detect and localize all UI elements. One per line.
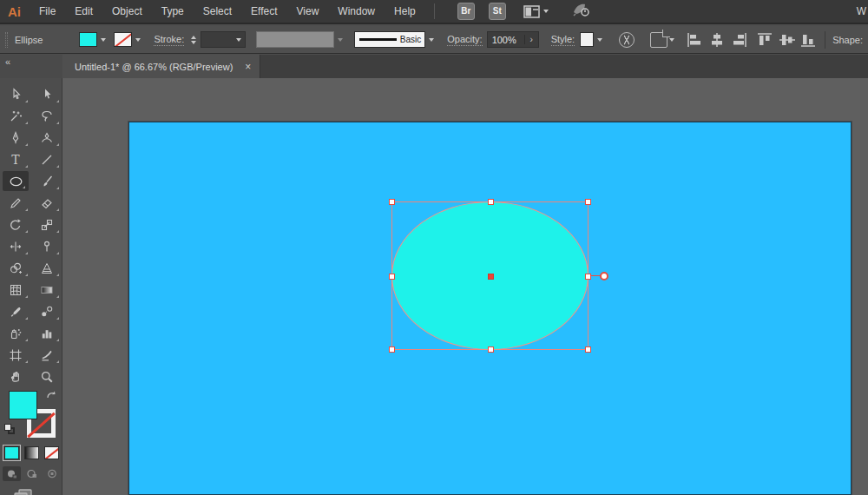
draw-behind-button[interactable] [23, 466, 41, 481]
symbol-sprayer-tool[interactable] [0, 322, 31, 344]
menu-file[interactable]: File [30, 0, 65, 23]
document-tab-bar: « Untitled-1* @ 66.67% (RGB/Preview) × [0, 55, 868, 78]
toolbar-collapse[interactable]: « [0, 55, 62, 78]
eyedropper-tool[interactable] [0, 300, 31, 322]
handle-bottom-center[interactable] [488, 346, 494, 353]
chevron-down-icon [236, 38, 241, 42]
opacity-value[interactable]: 100% [488, 35, 524, 45]
opacity-label[interactable]: Opacity: [447, 34, 482, 46]
shaper-tool[interactable] [0, 192, 31, 214]
stroke-weight-label[interactable]: Stroke: [154, 34, 184, 46]
opacity-field[interactable]: 100% › [487, 31, 539, 48]
stroke-weight-field[interactable] [201, 31, 246, 48]
column-graph-tool[interactable] [31, 322, 62, 344]
fill-color-swatch[interactable] [79, 32, 97, 47]
artboard-tool[interactable] [0, 344, 31, 366]
stroke-style-chevron[interactable] [425, 32, 437, 47]
recolor-artwork-icon[interactable] [619, 32, 635, 48]
opacity-slider-arrow[interactable]: › [524, 35, 538, 44]
magic-wand-tool[interactable] [0, 105, 31, 127]
transform-button[interactable] [650, 32, 674, 48]
stroke-style-value: Basic [400, 35, 421, 44]
vertical-align-bottom-icon[interactable] [800, 32, 818, 48]
style-chevron[interactable] [594, 32, 605, 47]
center-point-handle[interactable] [488, 274, 494, 280]
panel-grip[interactable] [5, 32, 8, 48]
slice-tool[interactable] [31, 344, 62, 366]
menu-view[interactable]: View [287, 0, 329, 23]
direct-selection-tool[interactable] [0, 83, 31, 105]
fill-indicator[interactable] [9, 391, 37, 419]
gradient-tool[interactable] [31, 279, 62, 300]
handle-bottom-left[interactable] [389, 346, 395, 353]
width-tool[interactable] [0, 235, 31, 257]
default-fill-stroke-button[interactable] [4, 424, 15, 434]
menu-type[interactable]: Type [152, 0, 194, 23]
handle-top-left[interactable] [389, 199, 395, 205]
stock-button[interactable]: St [489, 3, 506, 20]
live-shape-widget-handle[interactable] [600, 272, 608, 280]
vertical-align-top-icon[interactable] [757, 32, 774, 48]
stroke-color-swatch[interactable] [114, 32, 132, 47]
pen-tool[interactable] [0, 127, 31, 148]
close-tab-icon[interactable]: × [245, 61, 251, 73]
gradient-button[interactable] [24, 446, 39, 459]
perspective-grid-tool[interactable] [31, 257, 62, 279]
stroke-style-dropdown[interactable]: Basic [354, 31, 425, 48]
type-tool[interactable]: T [0, 148, 31, 170]
draw-inside-button[interactable] [43, 466, 61, 481]
selection-bounding-box[interactable] [391, 201, 589, 350]
lasso-tool[interactable] [31, 105, 62, 127]
workspace-label-truncated[interactable]: W [857, 5, 866, 17]
vertical-align-center-icon[interactable] [779, 32, 796, 48]
blend-tool[interactable] [31, 300, 62, 322]
menu-edit[interactable]: Edit [65, 0, 102, 23]
style-label[interactable]: Style: [551, 34, 575, 46]
line-segment-tool[interactable] [31, 148, 62, 170]
fill-color-dropdown[interactable] [97, 32, 108, 47]
horizontal-align-left-icon[interactable] [687, 32, 704, 48]
canvas-area[interactable] [62, 78, 868, 495]
color-button[interactable] [4, 446, 19, 459]
mesh-tool[interactable] [0, 279, 31, 300]
handle-middle-left[interactable] [389, 274, 395, 280]
bridge-button[interactable]: Br [457, 3, 475, 20]
horizontal-align-center-icon[interactable] [708, 32, 726, 48]
menu-effect[interactable]: Effect [241, 0, 286, 23]
menu-object[interactable]: Object [102, 0, 152, 23]
rotate-tool[interactable] [0, 214, 31, 235]
gpu-performance-button[interactable] [571, 2, 590, 21]
zoom-tool[interactable] [31, 366, 62, 387]
chevron-down-icon [338, 38, 343, 42]
stroke-weight-stepper[interactable] [188, 36, 199, 44]
eraser-tool[interactable] [31, 192, 62, 214]
handle-bottom-right[interactable] [585, 346, 591, 353]
chevron-down-icon [429, 38, 434, 42]
artboard[interactable] [128, 122, 852, 495]
tools-panel: T [0, 78, 62, 495]
menu-help[interactable]: Help [385, 0, 425, 23]
menu-select[interactable]: Select [194, 0, 241, 23]
hand-tool[interactable] [0, 366, 31, 387]
none-button[interactable] [44, 446, 59, 459]
handle-top-center[interactable] [488, 199, 494, 205]
draw-normal-button[interactable] [3, 466, 21, 481]
puppet-warp-tool[interactable] [31, 235, 62, 257]
scale-tool[interactable] [31, 214, 62, 235]
brush-definition-chevron[interactable] [334, 32, 345, 47]
horizontal-align-right-icon[interactable] [730, 32, 747, 48]
arrange-documents-button[interactable] [523, 5, 549, 18]
screen-mode-button[interactable] [0, 481, 62, 495]
swap-fill-stroke-button[interactable] [45, 389, 57, 405]
graphic-style-swatch[interactable] [580, 32, 594, 47]
shape-builder-tool[interactable] [0, 257, 31, 279]
document-tab[interactable]: Untitled-1* @ 66.67% (RGB/Preview) × [62, 55, 260, 78]
handle-top-right[interactable] [585, 199, 591, 205]
stroke-color-dropdown[interactable] [132, 32, 143, 47]
selection-tool[interactable] [31, 83, 62, 105]
menu-window[interactable]: Window [328, 0, 385, 23]
ellipse-tool[interactable] [3, 171, 29, 191]
paintbrush-tool[interactable] [31, 170, 62, 192]
curvature-tool[interactable] [31, 127, 62, 148]
brush-definition-dropdown[interactable] [256, 31, 334, 48]
